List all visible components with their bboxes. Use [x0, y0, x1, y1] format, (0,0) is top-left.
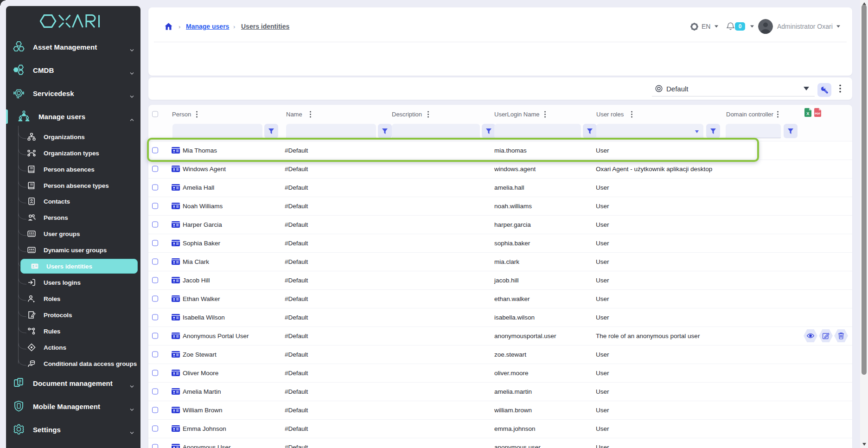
svg-text:X: X — [806, 111, 809, 116]
svg-text:PDF: PDF — [815, 112, 821, 115]
